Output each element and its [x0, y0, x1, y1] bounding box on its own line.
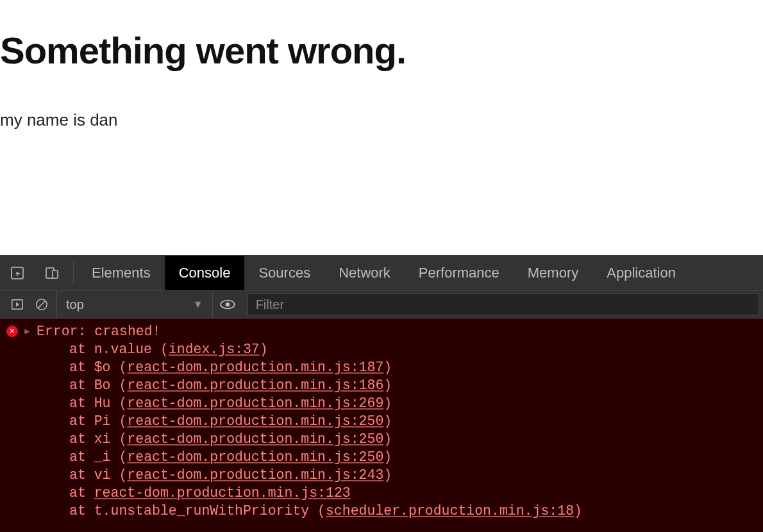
divider — [73, 261, 74, 285]
console-toolbar: top ▼ — [0, 290, 763, 319]
source-link[interactable]: react-dom.production.min.js:250 — [127, 431, 383, 447]
svg-line-5 — [38, 301, 46, 308]
source-link[interactable]: react-dom.production.min.js:187 — [127, 360, 383, 375]
error-message: Error: crashed! — [37, 322, 161, 340]
stack-prefix: at t.unstable_runWithPriority ( — [69, 503, 326, 519]
svg-point-7 — [225, 303, 230, 307]
stack-frame: at n.value (index.js:37) — [69, 340, 757, 358]
tab-label: Console — [179, 265, 231, 281]
tab-performance[interactable]: Performance — [405, 256, 514, 290]
stack-frame: at xi (react-dom.production.min.js:250) — [69, 430, 757, 448]
tab-application[interactable]: Application — [592, 256, 690, 290]
devtools-panel: ElementsConsoleSourcesNetworkPerformance… — [0, 255, 763, 532]
chevron-down-icon: ▼ — [193, 299, 203, 310]
stack-frame: at Pi (react-dom.production.min.js:250) — [69, 412, 757, 430]
source-link[interactable]: index.js:37 — [169, 342, 260, 357]
live-expression-icon[interactable] — [218, 295, 237, 314]
svg-rect-2 — [53, 270, 58, 278]
stack-suffix: ) — [574, 503, 582, 519]
expand-caret-icon[interactable]: ▸ — [23, 322, 31, 340]
context-label: top — [66, 297, 84, 312]
stack-frame: at _i (react-dom.production.min.js:250) — [69, 448, 757, 466]
stack-prefix: at Hu ( — [69, 395, 127, 411]
tab-label: Sources — [258, 265, 310, 281]
source-link[interactable]: react-dom.production.min.js:250 — [127, 413, 383, 429]
stack-trace: at n.value (index.js:37)at $o (react-dom… — [6, 340, 757, 520]
tab-label: Memory — [528, 265, 578, 281]
tab-sources[interactable]: Sources — [244, 256, 324, 290]
filter-input[interactable] — [247, 294, 759, 315]
stack-suffix: ) — [383, 431, 392, 447]
error-badge-icon: ✕ — [6, 326, 18, 337]
stack-frame: at $o (react-dom.production.min.js:187) — [69, 358, 757, 376]
page-subtext: my name is dan — [0, 110, 763, 130]
page-content: Something went wrong. my name is dan — [0, 0, 763, 255]
stack-frame: at vi (react-dom.production.min.js:243) — [69, 466, 757, 484]
device-toolbar-icon[interactable] — [35, 256, 69, 290]
tab-console[interactable]: Console — [165, 256, 245, 290]
stack-frame: at t.unstable_runWithPriority (scheduler… — [69, 502, 757, 520]
stack-suffix: ) — [383, 449, 392, 465]
tab-label: Performance — [419, 265, 499, 281]
source-link[interactable]: react-dom.production.min.js:123 — [94, 485, 351, 501]
devtools-tabbar: ElementsConsoleSourcesNetworkPerformance… — [0, 256, 763, 290]
context-selector[interactable]: top ▼ — [56, 291, 213, 318]
stack-prefix: at xi ( — [69, 431, 127, 447]
source-link[interactable]: scheduler.production.min.js:18 — [326, 503, 574, 519]
stack-prefix: at Bo ( — [69, 378, 127, 393]
tab-network[interactable]: Network — [324, 256, 405, 290]
source-link[interactable]: react-dom.production.min.js:243 — [127, 467, 383, 483]
stack-frame: at Bo (react-dom.production.min.js:186) — [69, 376, 757, 394]
stack-prefix: at vi ( — [69, 467, 127, 483]
stack-suffix: ) — [260, 342, 268, 357]
source-link[interactable]: react-dom.production.min.js:186 — [127, 378, 383, 393]
stack-suffix: ) — [383, 467, 392, 483]
stack-suffix: ) — [383, 395, 392, 411]
stack-prefix: at $o ( — [69, 360, 127, 375]
stack-suffix: ) — [383, 378, 392, 393]
tab-label: Network — [339, 265, 390, 281]
stack-prefix: at — [69, 485, 94, 501]
stack-frame: at react-dom.production.min.js:123 — [69, 484, 757, 502]
stack-prefix: at n.value ( — [69, 342, 169, 357]
stack-suffix: ) — [383, 360, 392, 375]
tab-elements[interactable]: Elements — [78, 256, 165, 290]
source-link[interactable]: react-dom.production.min.js:250 — [127, 449, 383, 465]
tab-label: Elements — [92, 265, 151, 281]
tab-label: Application — [607, 265, 676, 281]
stack-prefix: at _i ( — [69, 449, 127, 465]
inspect-element-icon[interactable] — [0, 256, 35, 290]
source-link[interactable]: react-dom.production.min.js:269 — [127, 395, 383, 411]
stack-frame: at Hu (react-dom.production.min.js:269) — [69, 394, 757, 412]
stack-prefix: at Pi ( — [69, 413, 127, 429]
page-title: Something went wrong. — [0, 29, 763, 72]
console-output: ✕ ▸ Error: crashed! at n.value (index.js… — [0, 319, 763, 532]
tab-memory[interactable]: Memory — [514, 256, 592, 290]
clear-console-icon[interactable] — [32, 295, 51, 314]
stack-suffix: ) — [383, 413, 392, 429]
toggle-sidebar-icon[interactable] — [8, 295, 27, 314]
